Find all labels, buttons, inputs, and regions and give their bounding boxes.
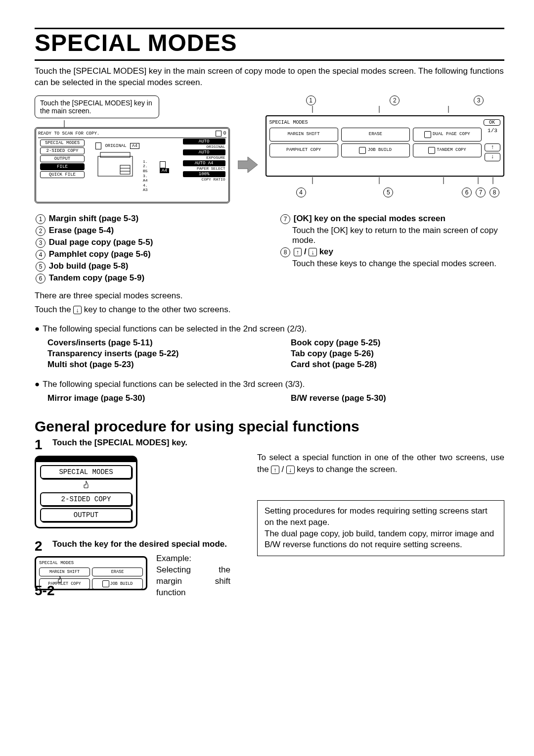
up-key-icon: ↑: [294, 248, 302, 257]
note-box: Setting procedures for modes requiring s…: [257, 500, 504, 557]
key-7-title: [OK] key on the special modes screen: [294, 214, 445, 223]
step-2-number: 2: [35, 539, 47, 553]
key-1: Margin shift (page 5-3): [49, 214, 138, 223]
tray-2: 2. B5: [143, 164, 150, 173]
job-build-button[interactable]: JOB BUILD: [341, 143, 410, 157]
copy-ratio-value[interactable]: 100%: [183, 171, 225, 177]
marker-4: 4: [296, 188, 306, 197]
key-5: Job build (page 5-8): [49, 261, 129, 271]
exposure-setting-label: EXPOSURE: [206, 155, 225, 160]
page-title: SPECIAL MODES: [35, 28, 504, 61]
original-icon: [95, 142, 101, 149]
keypad-figure: SPECIAL MODES 2-SIDED COPY OUTPUT: [35, 456, 137, 528]
paper-select-value[interactable]: AUTO A4: [183, 160, 225, 166]
copier-illustration: [95, 150, 150, 180]
screen3-intro: The following special functions can be s…: [35, 378, 504, 390]
key-7-body: Touch the [OK] key to return to the main…: [292, 226, 504, 245]
tray-1: 1.: [143, 159, 150, 164]
key-2: Erase (page 5-4): [49, 226, 114, 235]
quick-file-button[interactable]: QUICK FILE: [40, 171, 85, 178]
down-key-icon: ↓: [309, 248, 317, 257]
tray-4: 4. A3: [143, 183, 150, 192]
copy-counter: 0: [223, 131, 226, 136]
three-screens-line2: Touch the ↓ key to change to the other t…: [35, 304, 504, 316]
figure-row: Touch the [SPECIAL MODES] key in the mai…: [35, 95, 504, 203]
mini-job-build[interactable]: JOB BUILD: [92, 578, 143, 589]
original-setting-value[interactable]: AUTO: [183, 139, 225, 144]
job-build-icon: [359, 147, 366, 154]
mini-panel-title: SPECIAL MODES: [39, 561, 74, 566]
pamphlet-copy-button[interactable]: PAMPHLET COPY: [269, 143, 338, 157]
keypad-two-sided[interactable]: 2-SIDED COPY: [40, 492, 132, 506]
page-up-button[interactable]: ↑: [485, 143, 500, 151]
screen2-left-2: Multi shot (page 5-23): [47, 360, 261, 370]
svg-marker-6: [238, 157, 258, 173]
marker-3: 3: [474, 95, 484, 105]
marker-7: 7: [476, 188, 486, 197]
pointer-icon: [39, 481, 133, 490]
note-line1: Setting procedures for modes requiring s…: [265, 506, 497, 528]
paper-select-label: PAPER SELECT: [197, 166, 225, 171]
erase-button[interactable]: ERASE: [341, 128, 410, 142]
screen2-left-0: Covers/inserts (page 5-11): [47, 338, 261, 348]
three-screens-line1: There are three special modes screens.: [35, 290, 504, 302]
step-1-number: 1: [35, 438, 47, 452]
tandem-copy-button[interactable]: TANDEM COPY: [413, 143, 482, 157]
special-modes-panel: SPECIAL MODES OK MARGIN SHIFT ERASE DUAL…: [266, 115, 504, 177]
up-key-icon-3: ↑: [271, 466, 279, 474]
svg-rect-1: [98, 156, 133, 176]
margin-shift-button[interactable]: MARGIN SHIFT: [269, 128, 338, 142]
tandem-copy-icon: [428, 147, 435, 154]
two-sided-copy-button[interactable]: 2-SIDED COPY: [40, 147, 85, 154]
special-modes-button[interactable]: SPECIAL MODES: [40, 140, 85, 146]
keypad-output[interactable]: OUTPUT: [40, 508, 132, 522]
example-line1: Example:: [156, 553, 230, 565]
step-1-title: Touch the [SPECIAL MODES] key.: [52, 438, 187, 452]
keypad-special-modes[interactable]: SPECIAL MODES: [40, 465, 132, 479]
file-button[interactable]: FILE: [40, 163, 85, 170]
arrow-icon: [238, 155, 258, 175]
mini-erase[interactable]: ERASE: [92, 567, 143, 576]
screen2-list: Covers/inserts (page 5-11) Transparency …: [47, 337, 504, 371]
mini-margin-shift[interactable]: MARGIN SHIFT: [39, 567, 90, 576]
page-icon: [216, 131, 222, 137]
ok-button[interactable]: OK: [484, 119, 500, 126]
page-down-button[interactable]: ↓: [485, 153, 500, 161]
original-size: A4: [130, 143, 139, 149]
example-line2: Selecting the margin shift function: [156, 565, 230, 599]
marker-8: 8: [490, 188, 499, 197]
key-8-body: Touch these keys to change the special m…: [292, 259, 504, 269]
screen2-right-2: Card shot (page 5-28): [291, 360, 504, 370]
screen3-left-0: Mirror image (page 5-30): [47, 393, 261, 403]
tray-3: 3. A4: [143, 174, 150, 183]
selected-tray-size: A4: [160, 168, 169, 173]
marker-6: 6: [462, 188, 472, 197]
leader-numbers-bottom: 4 5 6 7 8: [266, 188, 504, 197]
callout-box: Touch the [SPECIAL MODES] key in the mai…: [35, 95, 159, 118]
dual-page-copy-button[interactable]: DUAL PAGE COPY: [413, 128, 482, 142]
screen3-right-0: B/W reverse (page 5-30): [291, 393, 504, 403]
note-line2: The dual page copy, job build, tandem co…: [265, 528, 497, 551]
marker-1: 1: [306, 95, 316, 105]
key-4: Pamphlet copy (page 5-6): [49, 249, 151, 259]
main-copy-screen: READY TO SCAN FOR COPY. 0 SPECIAL MODES …: [35, 127, 230, 203]
side-button-column: SPECIAL MODES 2-SIDED COPY OUTPUT FILE Q…: [40, 140, 85, 178]
intro-text: Touch the [SPECIAL MODES] key in the mai…: [35, 66, 504, 89]
exposure-setting-value[interactable]: AUTO: [183, 149, 225, 155]
output-button[interactable]: OUTPUT: [40, 155, 85, 162]
key-8-title: key: [317, 247, 333, 256]
key-6: Tandem copy (page 5-9): [49, 273, 144, 283]
original-setting-label: ORIGINAL: [206, 144, 225, 149]
copy-ratio-label: COPY RATIO: [202, 177, 225, 182]
page-indicator: 1/3: [485, 128, 500, 134]
step-2-title: Touch the key for the desired special mo…: [52, 539, 227, 553]
screen2-right-1: Tab copy (page 5-26): [291, 349, 504, 359]
marker-2: 2: [390, 95, 400, 105]
sm-panel-title: SPECIAL MODES: [269, 120, 308, 125]
svg-rect-3: [120, 165, 130, 174]
down-key-icon-2: ↓: [73, 306, 82, 315]
screen2-right-0: Book copy (page 5-25): [291, 338, 504, 348]
key-3: Dual page copy (page 5-5): [49, 237, 153, 247]
key-list: 1 Margin shift (page 5-3) 2 Erase (page …: [35, 212, 504, 285]
leader-numbers-top: 1 2 3: [266, 95, 504, 105]
